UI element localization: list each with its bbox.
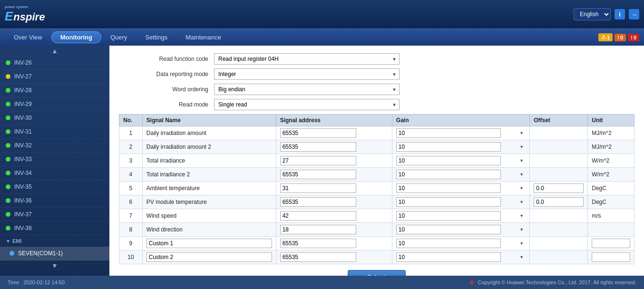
sidebar-scroll-down[interactable]: ▼ [0, 260, 109, 271]
address-input-8[interactable] [280, 225, 356, 234]
sidebar-scroll-up[interactable]: ▲ [0, 46, 109, 56]
sidebar-item-inv28[interactable]: INV-28 [0, 84, 109, 97]
td-gain-6[interactable]: 1101001000▼ [392, 195, 529, 209]
td-offset-4[interactable] [530, 168, 588, 182]
td-offset-8[interactable] [530, 223, 588, 237]
address-input-1[interactable] [280, 128, 356, 138]
tab-settings[interactable]: Settings [136, 31, 176, 43]
td-gain-3[interactable]: 1101001000▼ [392, 154, 529, 168]
td-gain-10[interactable]: 1101001000▼ [392, 250, 529, 264]
address-input-7[interactable] [280, 211, 356, 221]
tab-overview[interactable]: Over View [5, 31, 51, 43]
sidebar-item-inv29[interactable]: INV-29 [0, 97, 109, 111]
status-dot-inv27 [6, 74, 10, 79]
tab-query[interactable]: Query [101, 31, 136, 43]
status-dot-inv34 [6, 171, 10, 175]
sidebar-item-inv26[interactable]: INV-26 [0, 56, 109, 70]
td-gain-5[interactable]: 1101001000▼ [392, 182, 529, 195]
sidebar-item-inv32[interactable]: INV-32 [0, 139, 109, 153]
td-address-10[interactable] [276, 250, 392, 264]
gain-select-1[interactable]: 1101001000 [396, 128, 501, 138]
td-address-1[interactable] [276, 126, 392, 140]
language-select[interactable]: English [574, 8, 611, 20]
gain-select-7[interactable]: 1101001000 [396, 211, 501, 221]
td-gain-8[interactable]: 1101001000▼ [392, 223, 529, 237]
name-input-10[interactable] [146, 252, 272, 262]
sidebar-item-inv35[interactable]: INV-35 [0, 180, 109, 194]
td-offset-1[interactable] [530, 126, 588, 140]
td-gain-1[interactable]: 1101001000▼ [392, 126, 529, 140]
td-gain-9[interactable]: 1101001000▼ [392, 237, 529, 250]
gain-select-3[interactable]: 1101001000 [396, 156, 501, 165]
gain-select-6[interactable]: 1101001000 [396, 197, 501, 207]
address-input-9[interactable] [280, 239, 356, 248]
td-offset-9[interactable] [530, 237, 588, 250]
td-name-9[interactable] [142, 237, 276, 250]
sidebar-group-emi[interactable]: ▼ EMI [0, 235, 109, 247]
td-offset-10[interactable] [530, 250, 588, 264]
sidebar-item-inv34[interactable]: INV-34 [0, 166, 109, 180]
tab-monitoring[interactable]: Monitoring [51, 31, 101, 43]
address-input-2[interactable] [280, 142, 356, 152]
gain-select-9[interactable]: 1101001000 [396, 239, 501, 248]
sidebar-item-inv33[interactable]: INV-33 [0, 153, 109, 166]
td-address-5[interactable] [276, 182, 392, 195]
unit-input-9[interactable] [592, 239, 630, 248]
offset-input-5[interactable] [534, 183, 584, 193]
td-offset-6[interactable] [530, 195, 588, 209]
td-offset-3[interactable] [530, 154, 588, 168]
red-count: 0 [634, 35, 636, 40]
gain-arrow-3: ▼ [519, 158, 524, 163]
address-input-6[interactable] [280, 197, 356, 207]
sidebar-item-inv30[interactable]: INV-30 [0, 111, 109, 125]
table-row: 2Daily irradiation amount 21101001000▼MJ… [119, 140, 634, 154]
gain-select-2[interactable]: 1101001000 [396, 142, 501, 152]
tab-maintenance[interactable]: Maintenance [176, 31, 230, 43]
gain-select-8[interactable]: 1101001000 [396, 225, 501, 234]
sidebar-item-inv38[interactable]: INV-38 [0, 222, 109, 235]
td-address-7[interactable] [276, 209, 392, 223]
data-reporting-mode-select[interactable]: Integer Float [214, 68, 400, 80]
info-icon-button[interactable]: i [615, 9, 625, 19]
word-ordering-select[interactable]: Big endian Little endian [214, 84, 400, 95]
td-name-10[interactable] [142, 250, 276, 264]
address-input-4[interactable] [280, 170, 356, 179]
sidebar-item-inv37[interactable]: INV-37 [0, 208, 109, 222]
submit-wrap: Submit [119, 264, 634, 276]
name-input-9[interactable] [146, 239, 272, 248]
sidebar-item-inv36[interactable]: INV-36 [0, 194, 109, 208]
exit-icon-button[interactable]: → [629, 9, 639, 19]
td-name-8: Wind direction [142, 223, 276, 237]
read-function-code-select[interactable]: Read input register 04H Read holding reg… [214, 53, 400, 65]
td-offset-5[interactable] [530, 182, 588, 195]
sidebar-item-inv31[interactable]: INV-31 [0, 125, 109, 139]
submit-button[interactable]: Submit [348, 270, 406, 276]
gain-arrow-6: ▼ [519, 200, 524, 204]
td-offset-2[interactable] [530, 140, 588, 154]
td-address-6[interactable] [276, 195, 392, 209]
address-input-3[interactable] [280, 156, 356, 165]
td-gain-2[interactable]: 1101001000▼ [392, 140, 529, 154]
td-gain-7[interactable]: 1101001000▼ [392, 209, 529, 223]
td-address-9[interactable] [276, 237, 392, 250]
offset-input-6[interactable] [534, 197, 584, 207]
td-offset-7[interactable] [530, 209, 588, 223]
sidebar-item-seven[interactable]: SEVEN(COM1-1) [0, 247, 109, 260]
address-input-5[interactable] [280, 183, 356, 193]
gain-arrow-10: ▼ [519, 255, 524, 260]
td-address-3[interactable] [276, 154, 392, 168]
sidebar-item-inv27[interactable]: INV-27 [0, 70, 109, 84]
read-mode-select[interactable]: Single read Batch read [214, 99, 400, 110]
address-input-10[interactable] [280, 252, 356, 262]
footer-time: Time 2020-02-12 14:50 [8, 279, 65, 285]
gain-select-4[interactable]: 1101001000 [396, 170, 501, 179]
gain-arrow-5: ▼ [519, 186, 524, 191]
gain-select-5[interactable]: 1101001000 [396, 183, 501, 193]
warn-icon: ⚠ [601, 34, 606, 40]
td-address-2[interactable] [276, 140, 392, 154]
td-gain-4[interactable]: 1101001000▼ [392, 168, 529, 182]
gain-select-10[interactable]: 1101001000 [396, 252, 501, 262]
td-address-8[interactable] [276, 223, 392, 237]
unit-input-10[interactable] [592, 252, 630, 262]
td-address-4[interactable] [276, 168, 392, 182]
